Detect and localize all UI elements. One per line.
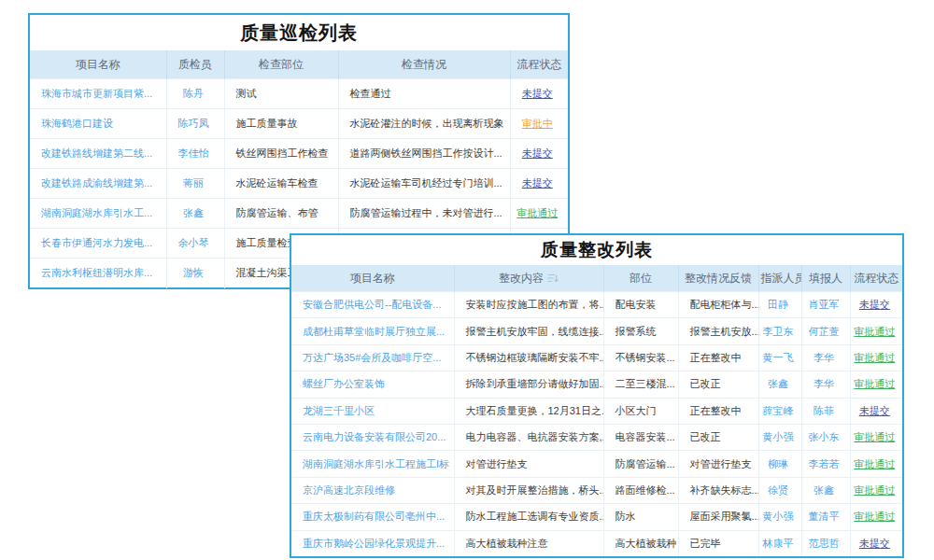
status-link[interactable]: 审批通过 — [854, 326, 895, 337]
table-cell: 检查通过 — [338, 79, 510, 109]
inspection-part-text: 施工质量事故 — [236, 118, 298, 129]
reporter-link[interactable]: 何芷萱 — [809, 326, 840, 337]
status-link[interactable]: 审批通过 — [854, 458, 895, 469]
inspection-situation-text: 水泥砼运输车司机经过专门培训... — [350, 177, 502, 189]
status-link[interactable]: 审批通过 — [854, 352, 895, 363]
table-cell: 审批通过 — [850, 477, 902, 503]
project-link[interactable]: 珠海市城市更新项目紫... — [41, 88, 152, 99]
project-link[interactable]: 湖南洞庭湖水库引水工... — [41, 207, 152, 218]
project-link[interactable]: 珠海鹤港口建设 — [41, 118, 113, 129]
table-cell: 未提交 — [510, 139, 568, 169]
project-link[interactable]: 京沪高速北京段维修 — [303, 484, 395, 496]
column-header-part: 部位 — [603, 265, 678, 292]
column-header-label: 流程状态 — [854, 272, 899, 285]
table-cell: 柳琳 — [758, 451, 801, 477]
status-link[interactable]: 审批通过 — [854, 378, 895, 389]
project-link[interactable]: 长春市伊通河水力发电... — [41, 237, 152, 248]
table-row: 万达广场35#会所及咖啡厅空...不锈钢边框玻璃隔断安装不牢...不锈钢安装..… — [291, 344, 902, 371]
status-link[interactable]: 审批中 — [522, 118, 553, 129]
assignee-link[interactable]: 徐贤 — [768, 484, 788, 496]
header-row: 项目名称质检员检查部位检查情况流程状态 — [30, 50, 568, 79]
status-link[interactable]: 审批通过 — [854, 431, 895, 442]
project-link[interactable]: 安徽合肥供电公司--配电设备... — [303, 299, 442, 310]
assignee-link[interactable]: 李卫东 — [763, 326, 794, 337]
inspector-link[interactable]: 李佳怡 — [178, 147, 209, 159]
table-cell: 张鑫 — [166, 199, 224, 229]
assignee-link[interactable]: 田静 — [768, 299, 788, 310]
assignee-link[interactable]: 黄一飞 — [763, 352, 794, 363]
table-cell: 云南水利枢纽潜明水库... — [30, 259, 166, 288]
project-link[interactable]: 改建铁路线增建第二线... — [41, 147, 152, 159]
column-header-content[interactable]: 整改内容 — [454, 265, 603, 292]
table-cell: 何芷萱 — [801, 318, 850, 344]
status-link[interactable]: 审批通过 — [854, 511, 895, 522]
table-row: 重庆市鹅岭公园绿化景观提升...高大植被栽种注意高大植被栽种已完毕林康平范思哲未… — [291, 530, 902, 556]
inspector-link[interactable]: 陈丹 — [183, 88, 204, 99]
assignee-link[interactable]: 林康平 — [763, 538, 794, 549]
assignee-link[interactable]: 黄小强 — [763, 511, 794, 522]
status-link[interactable]: 未提交 — [859, 538, 890, 549]
reporter-link[interactable]: 张小东 — [809, 431, 840, 442]
table-cell: 报警主机安放牢固，线缆连接... — [454, 318, 603, 344]
project-link[interactable]: 云南水利枢纽潜明水库... — [41, 267, 152, 278]
project-link[interactable]: 重庆市鹅岭公园绿化景观提升... — [303, 538, 445, 549]
table-cell: 黄小强 — [758, 424, 801, 450]
table-cell: 黄小强 — [758, 504, 801, 530]
project-link[interactable]: 螺丝厂办公室装饰 — [303, 378, 385, 389]
inspector-link[interactable]: 张鑫 — [183, 207, 204, 218]
inspector-link[interactable]: 余小琴 — [178, 237, 209, 248]
inspection-situation-text: 水泥砼灌注的时候，出现离析现象 — [350, 118, 504, 129]
reporter-link[interactable]: 陈菲 — [814, 405, 834, 416]
table-cell: 不锈钢边框玻璃隔断安装不牢... — [454, 344, 603, 371]
column-header-label: 流程状态 — [517, 58, 561, 71]
project-link[interactable]: 龙湖三千里小区 — [303, 405, 375, 416]
status-link[interactable]: 审批通过 — [517, 207, 558, 218]
reporter-link[interactable]: 张鑫 — [814, 484, 834, 496]
table-cell: 屋面采用聚氯... — [678, 504, 758, 530]
status-link[interactable]: 未提交 — [522, 88, 553, 99]
project-link[interactable]: 重庆太极制药有限公司亳州中... — [303, 511, 445, 522]
table-cell: 水泥砼运输车检查 — [224, 169, 338, 199]
project-link[interactable]: 成都杜甫草堂临时展厅独立展... — [303, 326, 445, 337]
status-link[interactable]: 未提交 — [859, 299, 890, 310]
status-link[interactable]: 审批通过 — [854, 484, 895, 496]
reporter-link[interactable]: 李华 — [814, 378, 834, 389]
status-link[interactable]: 未提交 — [859, 405, 890, 416]
reporter-link[interactable]: 李若若 — [809, 458, 840, 469]
inspection-part-text: 防腐管运输、布管 — [236, 207, 318, 218]
table-row: 云南电力设备安装有限公司20...电力电容器、电抗器安装方案,...电容器安装.… — [291, 424, 902, 450]
table-cell: 对管进行垫支 — [678, 451, 758, 477]
reporter-link[interactable]: 肖亚军 — [809, 299, 840, 310]
project-link[interactable]: 改建铁路成渝线增建第... — [41, 177, 152, 189]
assignee-link[interactable]: 张鑫 — [768, 378, 788, 389]
project-link[interactable]: 万达广场35#会所及咖啡厅空... — [303, 352, 442, 363]
inspector-link[interactable]: 游恢 — [183, 267, 204, 278]
reporter-link[interactable]: 李华 — [814, 352, 834, 363]
inspector-link[interactable]: 蒋丽 — [183, 177, 204, 189]
header-row: 项目名称整改内容部位整改情况反馈指派人员填报人流程状态 — [291, 265, 902, 292]
table-cell: 肖亚军 — [801, 292, 850, 318]
project-link[interactable]: 云南电力设备安装有限公司20... — [303, 431, 446, 442]
column-header-label: 部位 — [630, 272, 652, 285]
project-link[interactable]: 湖南洞庭湖水库引水工程施工I标 — [303, 458, 449, 469]
status-link[interactable]: 未提交 — [522, 147, 553, 159]
assignee-link[interactable]: 薛宝峰 — [763, 405, 794, 416]
status-link[interactable]: 未提交 — [522, 177, 553, 189]
assignee-link[interactable]: 柳琳 — [768, 458, 788, 469]
rectify-content-text: 对其及时开展整治措施，桥头... — [466, 484, 604, 496]
rectify-content-text: 高大植被栽种注意 — [466, 538, 548, 549]
table-cell: 安徽合肥供电公司--配电设备... — [291, 292, 454, 318]
inspector-link[interactable]: 陈巧凤 — [178, 118, 209, 129]
reporter-link[interactable]: 董清平 — [809, 511, 840, 522]
assignee-link[interactable]: 黄小强 — [763, 431, 794, 442]
feedback-text: 正在整改中 — [690, 352, 742, 363]
table-cell: 审批通过 — [850, 424, 902, 450]
column-header-inspector: 质检员 — [166, 50, 224, 79]
rectification-table-panel: 质量整改列表 项目名称整改内容部位整改情况反馈指派人员填报人流程状态安徽合肥供电… — [290, 233, 904, 558]
reporter-link[interactable]: 范思哲 — [809, 538, 840, 549]
table-cell: 安装时应按施工图的布置，将... — [454, 292, 603, 318]
table-row: 成都杜甫草堂临时展厅独立展...报警主机安放牢固，线缆连接...报警系统报警主机… — [291, 318, 902, 344]
table-cell: 审批中 — [510, 109, 568, 139]
feedback-text: 补齐缺失标志... — [690, 484, 759, 496]
sort-icon[interactable] — [547, 273, 559, 284]
